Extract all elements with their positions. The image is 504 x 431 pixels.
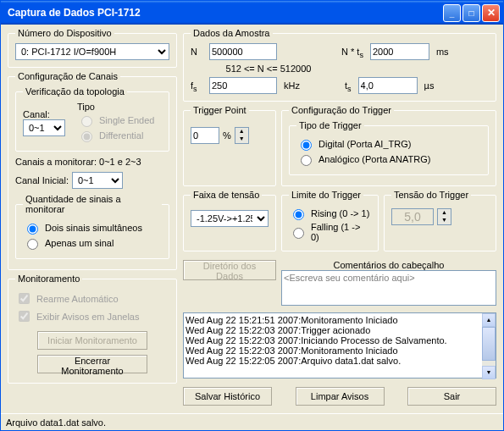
trigger-point-spinner[interactable]: ▲▼ <box>235 127 249 144</box>
trigger-point-group: Trigger Point % ▲▼ <box>183 105 276 186</box>
signal-qty-group: Quantidade de sinais a monitorar Dois si… <box>15 194 169 259</box>
device-legend: Número do Dispositivo <box>15 28 114 38</box>
trigger-tension-input <box>391 208 434 225</box>
trigger-tension-spinner: ▲▼ <box>437 208 451 225</box>
one-signal-label: Apenas um sinal <box>45 238 114 248</box>
auto-rearm-check <box>19 293 30 304</box>
show-warnings-label: Exibir Avisos em Janelas <box>36 312 139 322</box>
trigger-type-group: Tipo de Trigger Digital (Porta AI_TRG) A… <box>289 120 489 175</box>
nts-label: N * ts <box>341 47 363 57</box>
monitor-legend: Monitoramento <box>15 274 82 284</box>
save-history-button[interactable]: Salvar Histórico <box>183 387 272 406</box>
n-input[interactable] <box>209 43 277 60</box>
trigger-point-input[interactable] <box>191 127 219 144</box>
clear-warnings-button[interactable]: Limpar Avisos <box>296 387 385 406</box>
app-window: Captura de Dados PCI-1712 _ □ ✕ Número d… <box>0 0 504 431</box>
rising-radio[interactable] <box>293 209 304 220</box>
comments-header: Comentários do cabeçalho <box>281 260 496 270</box>
trigger-digital-radio[interactable] <box>301 140 312 151</box>
voltage-range-group: Faixa de tensão -1.25V->+1.25V <box>183 190 276 251</box>
falling-radio[interactable] <box>293 228 304 239</box>
differential-label: Differential <box>99 130 143 141</box>
trigger-analog-label: Analógico (Porta ANATRG) <box>318 154 430 164</box>
us-label: µs <box>424 80 435 91</box>
trigger-limit-legend: Limite do Trigger <box>289 190 363 200</box>
statusbar: Arquivo data1.dat salvo. <box>1 413 503 430</box>
comments-textarea[interactable]: <Escreva seu comentário aqui> <box>281 270 496 306</box>
one-signal-radio[interactable] <box>27 239 38 250</box>
channel-select[interactable]: 0~1 <box>23 119 65 136</box>
trigger-type-legend: Tipo de Trigger <box>296 120 364 130</box>
voltage-range-select[interactable]: -1.25V->+1.25V <box>191 210 269 227</box>
ts-input[interactable] <box>358 77 418 94</box>
initial-channel-label: Canal Inicial: <box>15 175 69 185</box>
trigger-analog-radio[interactable] <box>301 155 312 166</box>
maximize-button[interactable]: □ <box>462 4 480 22</box>
ms-label: ms <box>436 47 449 57</box>
topology-legend: Verificação da topologia <box>23 86 127 97</box>
n-range-label: 512 <= N <= 512000 <box>209 64 328 74</box>
window-title: Captura de Dados PCI-1712 <box>4 7 441 19</box>
scroll-down-icon[interactable]: ▼ <box>482 366 496 379</box>
trigger-config-group: Configuração do Trigger Tipo de Trigger … <box>281 105 496 186</box>
trigger-tension-group: Tensão do Trigger ▲▼ <box>384 190 496 251</box>
two-signals-label: Dois sinais simultâneos <box>45 223 142 233</box>
trigger-digital-label: Digital (Porta AI_TRG) <box>318 139 411 149</box>
channels-legend: Configuração de Canais <box>15 71 120 81</box>
voltage-range-legend: Faixa de tensão <box>191 190 262 200</box>
pct-label: % <box>223 130 231 141</box>
log-scrollbar[interactable]: ▲ ▼ <box>482 313 496 379</box>
sample-group: Dados da Amostra N N * ts ms 512 <= N <=… <box>183 28 496 102</box>
single-ended-radio <box>81 116 92 127</box>
type-label: Tipo <box>77 102 154 112</box>
ts-label: ts <box>345 80 352 91</box>
auto-rearm-label: Rearme Automático <box>36 294 119 304</box>
channel-label: Canal: <box>23 109 74 119</box>
trigger-point-legend: Trigger Point <box>191 105 249 115</box>
close-button[interactable]: ✕ <box>482 4 500 22</box>
two-signals-radio[interactable] <box>27 224 38 235</box>
sample-legend: Dados da Amostra <box>191 28 273 38</box>
status-text: Arquivo data1.dat salvo. <box>6 417 106 428</box>
show-warnings-check <box>19 311 30 322</box>
scroll-thumb[interactable] <box>482 327 496 361</box>
device-select[interactable]: 0: PCI-1712 I/O=f900H <box>15 43 169 60</box>
channels-group: Configuração de Canais Verificação da to… <box>8 71 177 270</box>
titlebar[interactable]: Captura de Dados PCI-1712 _ □ ✕ <box>1 1 503 25</box>
nts-input[interactable] <box>370 43 429 60</box>
minimize-button[interactable]: _ <box>443 4 461 22</box>
single-ended-label: Single Ended <box>99 115 154 125</box>
fs-input[interactable] <box>209 77 277 94</box>
initial-channel-select[interactable]: 0~1 <box>72 172 123 189</box>
trigger-limit-group: Limite do Trigger Rising (0 -> 1) Fallin… <box>281 190 379 251</box>
khz-label: kHz <box>284 80 309 91</box>
falling-label: Falling (1 -> 0) <box>311 222 371 242</box>
signal-qty-legend: Quantidade de sinais a monitorar <box>23 194 162 214</box>
channels-monitor-text: Canais a monitorar: 0~1 e 2~3 <box>15 157 169 167</box>
data-dir-button: Diretório dos Dados <box>183 260 276 280</box>
scroll-up-icon[interactable]: ▲ <box>482 313 496 327</box>
rising-label: Rising (0 -> 1) <box>311 208 369 218</box>
start-monitor-button: Iniciar Monitoramento <box>37 331 147 350</box>
trigger-config-legend: Configuração do Trigger <box>289 105 394 115</box>
differential-radio <box>81 131 92 142</box>
log-textarea[interactable]: Wed Aug 22 15:21:51 2007:Monitoramento I… <box>183 312 496 379</box>
device-group: Número do Dispositivo 0: PCI-1712 I/O=f9… <box>8 28 177 68</box>
exit-button[interactable]: Sair <box>407 387 496 406</box>
monitor-group: Monitoramento Rearme Automático Exibir A… <box>8 274 177 384</box>
stop-monitor-button[interactable]: Encerrar Monitoramento <box>37 355 147 373</box>
trigger-tension-legend: Tensão do Trigger <box>391 190 471 200</box>
topology-group: Verificação da topologia Canal: 0~1 Tipo… <box>15 86 169 152</box>
